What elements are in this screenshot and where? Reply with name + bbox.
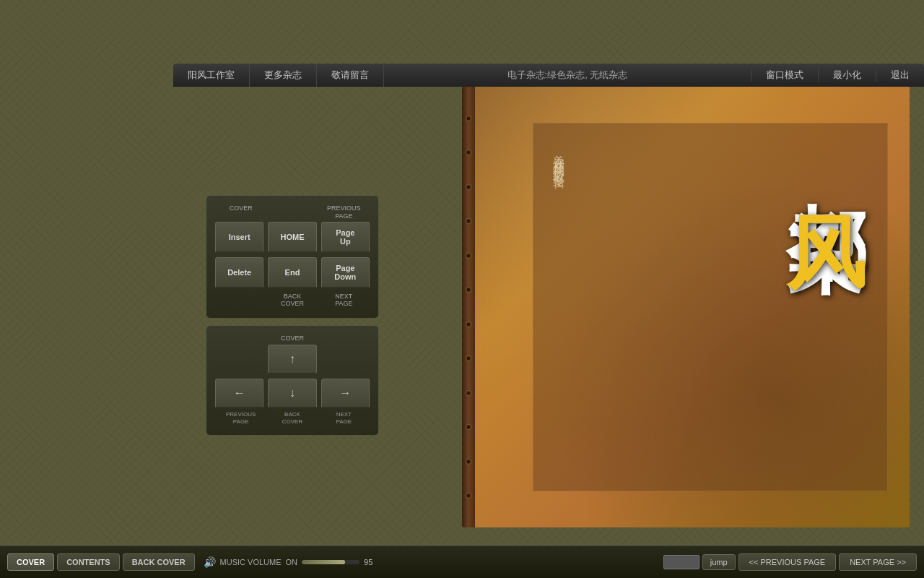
menu-leave-message[interactable]: 敬请留言 bbox=[317, 64, 384, 87]
book-title-box: 美迩林原创诗歌专辑 都梁风 bbox=[533, 123, 888, 491]
contents-button[interactable]: CONTENTS bbox=[57, 553, 120, 571]
arrow-right-button[interactable]: → bbox=[321, 379, 370, 408]
spine-dot bbox=[466, 184, 471, 190]
book-subtitle: 美迩林原创诗歌专辑 bbox=[548, 145, 569, 171]
spine-dot bbox=[466, 459, 471, 465]
key-top-grid: Insert HOME PageUp bbox=[215, 222, 370, 253]
arrow-labels: PREVIOUSPAGE BACKCOVER NEXTPAGE bbox=[215, 411, 370, 426]
key-bottom-labels: BACKCOVER NEXTPAGE bbox=[215, 293, 370, 309]
volume-fill bbox=[302, 560, 345, 564]
key-insert[interactable]: Insert bbox=[215, 222, 263, 253]
arrow-label-next: NEXTPAGE bbox=[318, 411, 370, 426]
label-cover: COVER bbox=[215, 204, 266, 220]
book-content: 美迩林原创诗歌专辑 都梁风 bbox=[475, 87, 910, 527]
volume-value: 95 bbox=[364, 558, 378, 566]
spine-dot bbox=[466, 424, 471, 430]
key-delete[interactable]: Delete bbox=[215, 257, 263, 288]
menu-more-magazines[interactable]: 更多杂志 bbox=[250, 64, 317, 87]
spine-dot bbox=[466, 218, 471, 224]
spine-dot bbox=[466, 355, 471, 361]
arrow-down-button[interactable]: ↓ bbox=[268, 379, 316, 408]
jump-button[interactable]: jump bbox=[702, 554, 736, 570]
back-cover-button[interactable]: BACK Cover bbox=[123, 553, 195, 571]
book-main-title: 都梁风 bbox=[786, 138, 866, 160]
music-icon: 🔊 bbox=[204, 556, 216, 568]
arrow-left-button[interactable]: ← bbox=[215, 379, 263, 408]
menu-center-title: 电子杂志:绿色杂志, 无纸杂志 bbox=[384, 69, 751, 82]
spine-dot bbox=[466, 493, 471, 499]
key-pageup[interactable]: PageUp bbox=[321, 222, 370, 253]
label-next-page: NEXTPAGE bbox=[318, 293, 370, 309]
title-char-1: 都梁 bbox=[782, 138, 870, 152]
music-label: MUSIC VOLUME bbox=[220, 558, 282, 566]
arrow-cover-label: COVER bbox=[215, 335, 370, 342]
spine-dot bbox=[466, 253, 471, 259]
key-home[interactable]: HOME bbox=[268, 222, 316, 253]
menu-window-mode[interactable]: 窗口模式 bbox=[751, 69, 818, 82]
bottom-bar: COVER CONTENTS BACK Cover 🔊 MUSIC VOLUME… bbox=[0, 545, 924, 578]
book-area: 美迩林原创诗歌专辑 都梁风 bbox=[462, 87, 910, 527]
cover-button[interactable]: COVER bbox=[7, 553, 54, 571]
spine-dot bbox=[466, 322, 471, 327]
menu-exit[interactable]: 退出 bbox=[876, 69, 924, 82]
spine-dot bbox=[466, 287, 471, 293]
menu-yangfeng[interactable]: 阳风工作室 bbox=[173, 64, 250, 87]
jump-input[interactable] bbox=[663, 555, 699, 569]
arrow-up-row: ↑ bbox=[215, 345, 370, 374]
top-menu-bar: 阳风工作室 更多杂志 敬请留言 电子杂志:绿色杂志, 无纸杂志 窗口模式 最小化… bbox=[173, 64, 924, 87]
label-back-cover: BACKCOVER bbox=[266, 293, 318, 309]
music-section: 🔊 MUSIC VOLUME ON 95 bbox=[204, 556, 378, 568]
key-pagedown[interactable]: PageDown bbox=[321, 257, 370, 288]
label-prev-page: PREVIOUSPAGE bbox=[318, 204, 370, 220]
key-top-labels: COVER PREVIOUSPAGE bbox=[215, 204, 370, 220]
label-empty2 bbox=[215, 293, 266, 309]
arrow-label-back: BACKCOVER bbox=[266, 411, 318, 426]
spine-dot bbox=[466, 150, 471, 155]
arrow-up-button[interactable]: ↑ bbox=[268, 345, 317, 374]
menu-minimize[interactable]: 最小化 bbox=[818, 69, 876, 82]
key-end[interactable]: End bbox=[268, 257, 316, 288]
volume-slider[interactable] bbox=[302, 560, 359, 564]
spine-dot bbox=[466, 116, 471, 121]
arrow-panel: COVER ↑ ← ↓ → PREVIOUSPAGE BACKCOVER NEX… bbox=[206, 325, 379, 436]
music-state: ON bbox=[286, 558, 298, 566]
keyboard-panel: COVER PREVIOUSPAGE Insert HOME PageUp De… bbox=[206, 195, 379, 319]
next-page-button[interactable]: NEXT PAGE >> bbox=[839, 553, 917, 571]
title-highlight-char: 风 bbox=[782, 152, 870, 160]
key-bottom-grid: Delete End PageDown bbox=[215, 257, 370, 288]
spine-dot bbox=[466, 390, 471, 396]
arrow-lr-row: ← ↓ → bbox=[215, 379, 370, 408]
book-spine bbox=[462, 87, 475, 527]
prev-page-button[interactable]: << PREVIOUS PAGE bbox=[738, 553, 837, 571]
arrow-label-prev: PREVIOUSPAGE bbox=[215, 411, 266, 426]
label-empty bbox=[266, 204, 318, 220]
